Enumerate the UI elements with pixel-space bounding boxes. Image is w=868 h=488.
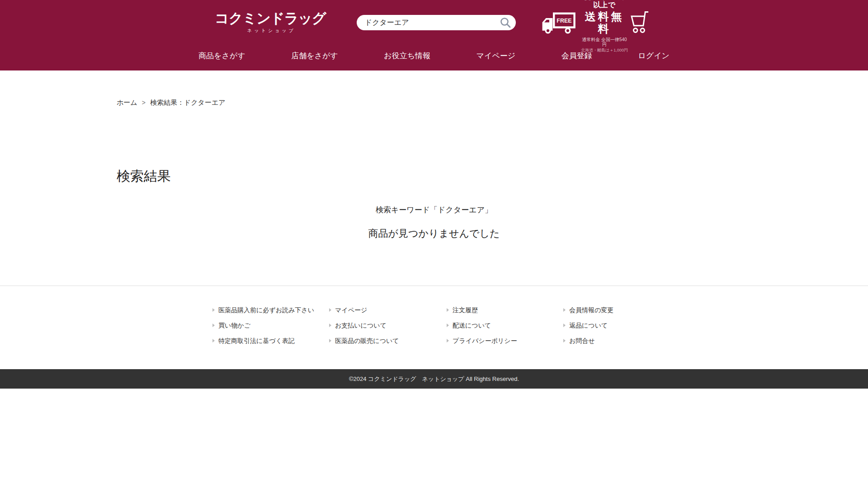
footer-links-section: 医薬品購入前に必ずお読み下さい 買い物かご 特定商取引法に基づく表記 マイページ…	[0, 286, 868, 369]
footer-link-contact[interactable]: お問合せ	[569, 338, 595, 344]
breadcrumb: ホーム>検索結果：ドクターエア	[117, 70, 751, 107]
footer-link-item[interactable]: 返品について	[563, 322, 660, 328]
footer-column-1: 医薬品購入前に必ずお読み下さい 買い物かご 特定商取引法に基づく表記	[212, 307, 329, 344]
shipping-text: 税込3,000円以上で 送料無料 通常料金 全国一律540円 北海道・離島は＋1…	[580, 0, 629, 52]
footer-copyright-bar: ©2024 コクミンドラッグ ネットショップ All Rights Reserv…	[0, 369, 868, 389]
footer-link-medicine-sales[interactable]: 医薬品の販売について	[335, 338, 399, 344]
arrow-right-icon	[212, 308, 215, 312]
arrow-right-icon	[212, 324, 215, 327]
truck-free-label: FREE	[557, 18, 571, 24]
arrow-right-icon	[447, 339, 449, 343]
arrow-right-icon	[563, 339, 566, 343]
breadcrumb-home-link[interactable]: ホーム	[117, 99, 137, 106]
free-shipping-banner: FREE 税込3,000円以上で 送料無料 通常料金 全国一律540円 北海道・…	[539, 0, 629, 52]
page-title: 検索結果	[117, 167, 751, 186]
nav-item-find-products[interactable]: 商品をさがす	[198, 51, 245, 61]
breadcrumb-current: 検索結果：ドクターエア	[150, 99, 226, 106]
footer-link-item[interactable]: 特定商取引法に基づく表記	[212, 338, 329, 344]
footer-link-item[interactable]: 医薬品購入前に必ずお読み下さい	[212, 307, 329, 313]
site-header: コクミンドラッグ ネットショップ FREE	[0, 0, 868, 70]
footer-link-item[interactable]: 買い物かご	[212, 322, 329, 328]
footer-link-item[interactable]: 配送について	[447, 322, 563, 328]
cart-icon	[629, 29, 651, 36]
arrow-right-icon	[329, 308, 331, 312]
arrow-right-icon	[563, 308, 566, 312]
footer-link-item[interactable]: 会員情報の変更	[563, 307, 660, 313]
footer-link-item[interactable]: プライバシーポリシー	[447, 338, 563, 344]
footer-column-4: 会員情報の変更 返品について お問合せ	[563, 307, 660, 344]
footer-link-item[interactable]: 医薬品の販売について	[329, 338, 447, 344]
main-content: 検索結果 検索キーワード「ドクターエア」 商品が見つかりませんでした	[117, 167, 751, 286]
footer-column-3: 注文履歴 配送について プライバシーポリシー	[447, 307, 563, 344]
free-shipping-truck-icon: FREE	[539, 12, 576, 36]
search-result-message: 検索キーワード「ドクターエア」 商品が見つかりませんでした	[117, 205, 751, 240]
nav-item-my-page[interactable]: マイページ	[476, 51, 516, 61]
arrow-right-icon	[447, 324, 449, 327]
footer-link-my-page[interactable]: マイページ	[335, 307, 367, 313]
arrow-right-icon	[329, 339, 331, 343]
footer-link-item[interactable]: お問合せ	[563, 338, 660, 344]
site-logo[interactable]: コクミンドラッグ ネットショップ	[215, 11, 326, 34]
footer-link-item[interactable]: マイページ	[329, 307, 447, 313]
logo-text: コクミンドラッグ	[215, 11, 326, 25]
breadcrumb-separator: >	[142, 99, 146, 106]
copyright-text: ©2024 コクミンドラッグ ネットショップ All Rights Reserv…	[349, 375, 519, 383]
nav-item-login[interactable]: ログイン	[638, 51, 670, 61]
nav-item-find-stores[interactable]: 店舗をさがす	[291, 51, 338, 61]
arrow-right-icon	[447, 308, 449, 312]
arrow-right-icon	[212, 339, 215, 343]
search-icon	[500, 23, 511, 30]
footer-link-returns[interactable]: 返品について	[569, 322, 608, 328]
shipping-condition: 税込3,000円以上で	[580, 0, 629, 9]
nav-item-member-registration[interactable]: 会員登録	[561, 51, 592, 61]
search-button[interactable]	[500, 17, 511, 28]
footer-link-delivery[interactable]: 配送について	[453, 322, 491, 328]
footer-link-item[interactable]: 注文履歴	[447, 307, 563, 313]
search-form	[357, 15, 516, 30]
nav-item-useful-info[interactable]: お役立ち情報	[384, 51, 430, 61]
cart-button[interactable]	[629, 10, 651, 36]
footer-link-privacy-policy[interactable]: プライバシーポリシー	[453, 338, 517, 344]
logo-subtitle: ネットショップ	[215, 28, 326, 34]
footer-link-medicine-notice[interactable]: 医薬品購入前に必ずお読み下さい	[218, 307, 314, 313]
footer-link-order-history[interactable]: 注文履歴	[453, 307, 478, 313]
arrow-right-icon	[329, 324, 331, 327]
footer-link-payment[interactable]: お支払いについて	[335, 322, 387, 328]
no-results-message: 商品が見つかりませんでした	[117, 227, 751, 240]
header-top-row: コクミンドラッグ ネットショップ FREE	[215, 0, 653, 45]
shipping-note-standard: 通常料金 全国一律540円	[580, 37, 629, 47]
footer-link-shopping-cart[interactable]: 買い物かご	[218, 322, 250, 328]
footer-link-commercial-law[interactable]: 特定商取引法に基づく表記	[218, 338, 295, 344]
footer-column-2: マイページ お支払いについて 医薬品の販売について	[329, 307, 447, 344]
arrow-right-icon	[563, 324, 566, 327]
search-keyword-line: 検索キーワード「ドクターエア」	[117, 205, 751, 215]
shipping-free-label: 送料無料	[580, 10, 629, 35]
footer-link-member-info[interactable]: 会員情報の変更	[569, 307, 613, 313]
search-input[interactable]	[357, 15, 516, 30]
footer-link-item[interactable]: お支払いについて	[329, 322, 447, 328]
site-footer: 医薬品購入前に必ずお読み下さい 買い物かご 特定商取引法に基づく表記 マイページ…	[0, 286, 868, 389]
